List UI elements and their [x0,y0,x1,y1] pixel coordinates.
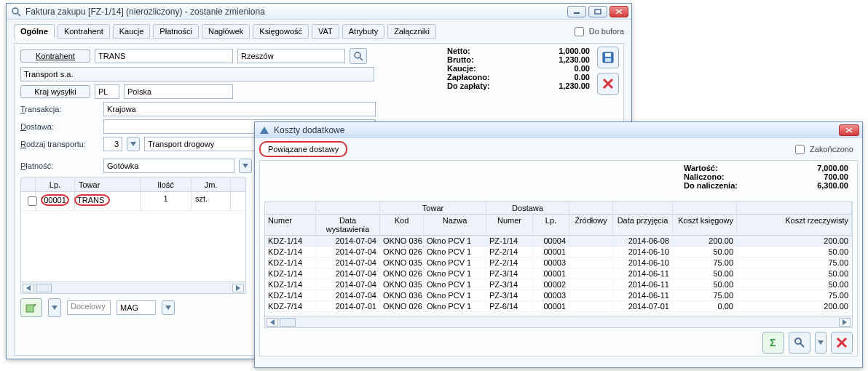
tab-kontrahent[interactable]: Kontrahent [58,24,110,39]
costs-title: Koszty dodatkowe [274,125,344,135]
totals-panel: Netto:1,000.00 Brutto:1,230.00 Kaucje:0.… [446,47,591,90]
platnosc-dropdown[interactable] [239,159,252,173]
col-data-przyj[interactable]: Data przyjęcia [613,215,673,235]
kraj-name-input[interactable] [124,84,233,99]
svg-marker-14 [242,164,248,168]
kontrahent-city-input[interactable] [237,49,345,63]
kraj-button[interactable]: Kraj wysyłki [20,85,90,98]
cell-dp: 2014-06-10 [613,258,673,268]
rodzaj-name-input[interactable] [144,137,261,151]
table-row[interactable]: 00001 TRANS 1 szt. [21,192,245,211]
costs-grid[interactable]: Towar Dostawa Numer Data wystawienia Kod… [264,202,853,328]
tab-naglowek[interactable]: Nagłówek [202,24,250,39]
zakonczono-checkbox[interactable] [795,145,805,154]
costs-row[interactable]: KDZ-1/142014-07-04OKNO 035Okno PCV 1PZ-2… [265,258,852,268]
cell-dw: 2014-07-04 [316,247,380,257]
sum-button[interactable]: Σ [762,332,784,354]
cell-nazwa: Okno PCV 1 [424,268,486,279]
costs-row[interactable]: KDZ-1/142014-07-04OKNO 036Okno PCV 1PZ-3… [265,290,852,301]
svg-rect-3 [595,9,601,14]
costs-close-button[interactable] [839,124,859,136]
tab-vat[interactable]: VAT [312,24,339,39]
cell-lp: 00001 [533,247,569,257]
minimize-button[interactable] [567,6,586,17]
cancel-button[interactable] [597,73,619,95]
maximize-button[interactable] [588,6,607,17]
costs-row[interactable]: KDZ-1/142014-07-04OKNO 026Okno PCV 1PZ-3… [265,268,852,279]
confirm-button[interactable] [20,298,42,317]
cell-krz: 75.00 [737,258,852,268]
costs-window: Koszty dodatkowe Powiązane dostawy Zakoń… [254,121,863,368]
invoice-title: Faktura zakupu [FZ-1/14] (nierozliczony)… [25,7,265,17]
kontrahent-code-input[interactable] [95,49,233,63]
costs-row[interactable]: KDZ-1/142014-07-04OKNO 026Okno PCV 1PZ-2… [265,247,852,258]
cell-lp: 00001 [533,268,569,279]
confirm-dropdown[interactable] [48,298,61,317]
tab-ksiegowosc[interactable]: Księgowość [253,24,309,39]
svg-marker-19 [165,306,171,310]
cell-kks: 50.00 [673,247,737,257]
col-koszt-rz[interactable]: Koszt rzeczywisty [737,215,852,235]
costs-titlebar[interactable]: Koszty dodatkowe [255,122,862,138]
kontrahent-lookup-button[interactable] [350,48,367,64]
costs-cancel-button[interactable] [831,332,853,354]
items-grid[interactable]: Lp. Towar Ilość Jm. 00001 [20,177,246,294]
scroll-right-icon[interactable] [839,318,851,327]
svg-text:Σ: Σ [770,337,776,348]
col-d-lp[interactable]: Lp. [533,215,569,235]
close-button[interactable] [609,6,628,17]
kraj-code-input[interactable] [95,84,119,99]
invoice-titlebar[interactable]: Faktura zakupu [FZ-1/14] (nierozliczony)… [7,4,631,20]
dostawa-label: Dostawa: [20,122,99,131]
scroll-left-icon[interactable] [267,318,278,327]
transakcja-input[interactable] [103,102,376,116]
scroll-thumb[interactable] [36,284,52,292]
cell-dp: 2014-06-10 [613,247,673,257]
scroll-right-icon[interactable] [232,284,244,292]
col-towar[interactable]: Towar [75,178,141,191]
costs-row[interactable]: KDZ-1/142014-07-04OKNO 036Okno PCV 1PZ-1… [265,236,852,247]
preview-button[interactable] [789,332,810,354]
preview-dropdown[interactable] [815,332,826,354]
do-bufora-checkbox[interactable] [575,27,584,36]
kontrahent-button[interactable]: Kontrahent [20,49,90,63]
col-zrodlowy[interactable]: Źródłowy [569,215,613,235]
col-numer[interactable]: Numer [265,215,316,235]
tab-platnosci[interactable]: Płatności [153,24,199,39]
mag-input[interactable] [117,300,156,315]
save-button[interactable] [597,47,619,68]
tab-zalaczniki[interactable]: Załączniki [387,24,436,39]
col-ilosc[interactable]: Ilość [141,178,192,191]
scroll-thumb[interactable] [280,318,296,327]
grid-hscroll[interactable] [21,282,245,293]
svg-marker-28 [818,340,824,345]
cell-kks: 0.00 [673,301,737,311]
cell-dnum: PZ-6/14 [486,301,533,311]
cell-dp: 2014-06-11 [613,279,673,290]
platnosc-input[interactable] [103,159,234,173]
rodzaj-num-input[interactable] [103,137,122,151]
cell-dnum: PZ-3/14 [486,279,533,290]
col-lp[interactable]: Lp. [36,178,75,191]
col-jm[interactable]: Jm. [192,178,231,191]
rodzaj-dropdown[interactable] [127,137,140,151]
costs-hscroll[interactable] [265,316,852,327]
wartosc-label: Wartość: [684,164,718,172]
tab-powiazane-dostawy[interactable]: Powiązane dostawy [259,141,347,157]
scroll-left-icon[interactable] [23,284,34,292]
col-data-wyst[interactable]: Data wystawienia [316,215,380,235]
cell-nazwa: Okno PCV 1 [424,236,486,246]
col-kod[interactable]: Kod [380,215,424,235]
cell-dw: 2014-07-04 [316,236,380,246]
col-koszt-ks[interactable]: Koszt księgowy [673,215,737,235]
tab-ogolne[interactable]: Ogólne [14,24,55,39]
mag-dropdown[interactable] [162,300,175,315]
col-d-numer[interactable]: Numer [486,215,533,235]
costs-row[interactable]: KDZ-1/142014-07-04OKNO 035Okno PCV 1PZ-3… [265,279,852,290]
zaplacono-value: 0.00 [575,73,590,81]
cell-krz: 75.00 [737,290,852,300]
tab-atrybuty[interactable]: Atrybuty [342,24,384,39]
costs-row[interactable]: KDZ-7/142014-07-01OKNO 026Okno PCV 1PZ-6… [265,301,852,312]
tab-kaucje[interactable]: Kaucje [113,24,151,39]
col-nazwa[interactable]: Nazwa [424,215,486,235]
